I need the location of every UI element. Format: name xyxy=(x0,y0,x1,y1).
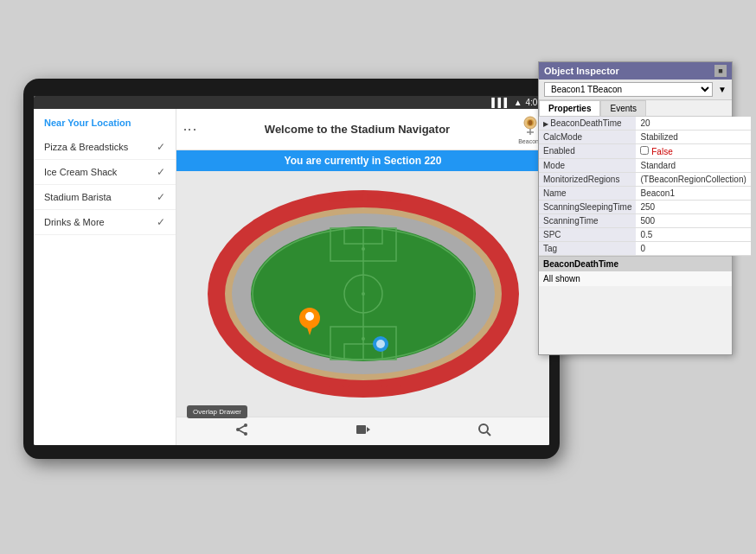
prop-val-calcmode: Stabilized xyxy=(636,130,750,143)
sidebar-item-barista[interactable]: Stadium Barista ✓ xyxy=(34,185,176,210)
svg-rect-26 xyxy=(386,385,401,393)
sidebar-item-drinks[interactable]: Drinks & More ✓ xyxy=(34,210,176,235)
prop-name-calcmode: CalcMode xyxy=(539,130,636,143)
wifi-icon: ▲ xyxy=(514,98,522,107)
object-inspector: Object Inspector ■ Beacon1 TBeacon ▼ Pro… xyxy=(538,61,733,355)
svg-rect-37 xyxy=(356,425,366,434)
menu-dots-icon[interactable]: ⋮ xyxy=(182,123,198,136)
svg-rect-24 xyxy=(348,385,363,393)
prop-name-name: Name xyxy=(539,186,636,200)
section-banner: You are currently in Section 220 xyxy=(176,150,549,171)
svg-point-31 xyxy=(376,340,385,348)
tab-events[interactable]: Events xyxy=(600,100,646,116)
svg-point-2 xyxy=(529,120,533,125)
oi-tabs: Properties Events xyxy=(539,100,732,117)
table-row[interactable]: Enabled False xyxy=(539,143,751,158)
svg-rect-25 xyxy=(367,385,382,393)
signal-icon: ▌▌▌ xyxy=(491,98,509,107)
check-icon-icecream: ✓ xyxy=(157,166,165,178)
table-row[interactable]: Tag 0 xyxy=(539,241,751,255)
prop-name-enabled: Enabled xyxy=(539,143,636,158)
table-row[interactable]: Mode Standard xyxy=(539,158,751,172)
svg-rect-21 xyxy=(367,194,382,201)
prop-val-beacondeathtime: 20 xyxy=(636,117,750,131)
oi-component-select[interactable]: Beacon1 TBeacon xyxy=(544,82,713,97)
prop-val-enabled: False xyxy=(636,143,750,158)
svg-point-18 xyxy=(362,292,365,296)
table-row[interactable]: ScanningTime 500 xyxy=(539,213,751,227)
tablet-screen: ▌▌▌ ▲ 4:00 Near Your Location Pizza & Br… xyxy=(34,96,549,445)
share-icon[interactable] xyxy=(235,423,249,440)
search-icon[interactable] xyxy=(477,423,491,440)
sidebar-item-label: Ice Cream Shack xyxy=(44,167,117,177)
tablet-device: ▌▌▌ ▲ 4:00 Near Your Location Pizza & Br… xyxy=(23,79,560,459)
check-icon-barista: ✓ xyxy=(157,191,165,203)
svg-marker-38 xyxy=(367,427,370,432)
status-bar: ▌▌▌ ▲ 4:00 xyxy=(34,96,549,109)
prop-val-mode: Standard xyxy=(636,158,750,172)
header-title: Welcome to the Stadium Navigator xyxy=(202,123,513,136)
svg-rect-23 xyxy=(329,385,344,393)
sidebar-heading: Near Your Location xyxy=(34,118,176,135)
sidebar-item-label: Pizza & Breadsticks xyxy=(44,142,128,152)
prop-val-spc: 0.5 xyxy=(636,227,750,241)
video-icon[interactable] xyxy=(356,423,371,439)
svg-rect-20 xyxy=(348,194,363,201)
prop-val-tag: 0 xyxy=(636,241,750,255)
prop-name-mode: Mode xyxy=(539,158,636,172)
prop-name-tag: Tag xyxy=(539,241,636,255)
prop-name-monitorized: MonitorizedRegions xyxy=(539,172,636,186)
oi-properties-table: BeaconDeathTime 20 CalcMode Stabilized E… xyxy=(539,117,751,256)
oi-selected-property: BeaconDeathTime xyxy=(539,256,732,271)
bottom-icons xyxy=(190,423,535,440)
table-row[interactable]: Name Beacon1 xyxy=(539,186,751,200)
svg-line-35 xyxy=(238,425,246,430)
enabled-checkbox[interactable] xyxy=(640,146,649,155)
prop-name-beacondeathtime: BeaconDeathTime xyxy=(539,117,636,131)
oi-close-button[interactable]: ■ xyxy=(714,65,727,77)
prop-val-scanningtime: 500 xyxy=(636,213,750,227)
tab-properties[interactable]: Properties xyxy=(539,100,600,116)
table-row[interactable]: ScanningSleepingTime 250 xyxy=(539,200,751,213)
stadium-container xyxy=(176,171,549,417)
oi-dropdown-icon: ▼ xyxy=(718,85,727,94)
table-row[interactable]: CalcMode Stabilized xyxy=(539,130,751,143)
prop-val-monitorized: (TBeaconRegionCollection) xyxy=(636,172,750,186)
check-icon-pizza: ✓ xyxy=(157,141,165,153)
prop-val-name: Beacon1 xyxy=(636,186,750,200)
sidebar-item-icecream[interactable]: Ice Cream Shack ✓ xyxy=(34,160,176,185)
prop-name-spc: SPC xyxy=(539,227,636,241)
svg-point-16 xyxy=(362,247,365,251)
prop-val-scanningsleeping: 250 xyxy=(636,200,750,213)
overlap-drawer-button[interactable]: Overlap Drawer xyxy=(187,405,247,418)
app-body: Near Your Location Pizza & Breadsticks ✓… xyxy=(34,109,549,445)
oi-component-row: Beacon1 TBeacon ▼ xyxy=(539,80,732,100)
bottom-bar: Overlap Drawer xyxy=(176,417,549,445)
prop-name-scanningtime: ScanningTime xyxy=(539,213,636,227)
oi-status: All shown xyxy=(539,271,732,286)
oi-titlebar: Object Inspector ■ xyxy=(539,62,732,80)
svg-line-40 xyxy=(487,432,490,436)
oi-title: Object Inspector xyxy=(544,66,619,76)
table-row[interactable]: BeaconDeathTime 20 xyxy=(539,117,751,131)
check-icon-drinks: ✓ xyxy=(157,216,165,228)
svg-point-29 xyxy=(305,312,314,321)
svg-line-36 xyxy=(238,430,246,434)
sidebar-item-label: Stadium Barista xyxy=(44,192,112,202)
table-row[interactable]: MonitorizedRegions (TBeaconRegionCollect… xyxy=(539,172,751,186)
svg-rect-19 xyxy=(329,194,344,202)
sidebar: Near Your Location Pizza & Breadsticks ✓… xyxy=(34,109,176,445)
stadium-map xyxy=(208,190,519,398)
sidebar-item-pizza[interactable]: Pizza & Breadsticks ✓ xyxy=(34,135,176,160)
main-content: ⋮ Welcome to the Stadium Navigator xyxy=(176,109,549,445)
svg-point-17 xyxy=(362,337,365,341)
prop-name-scanningsleeping: ScanningSleepingTime xyxy=(539,200,636,213)
app-header: ⋮ Welcome to the Stadium Navigator xyxy=(176,109,549,150)
sidebar-item-label: Drinks & More xyxy=(44,217,105,227)
svg-rect-22 xyxy=(386,194,401,202)
svg-point-39 xyxy=(479,424,488,433)
table-row[interactable]: SPC 0.5 xyxy=(539,227,751,241)
